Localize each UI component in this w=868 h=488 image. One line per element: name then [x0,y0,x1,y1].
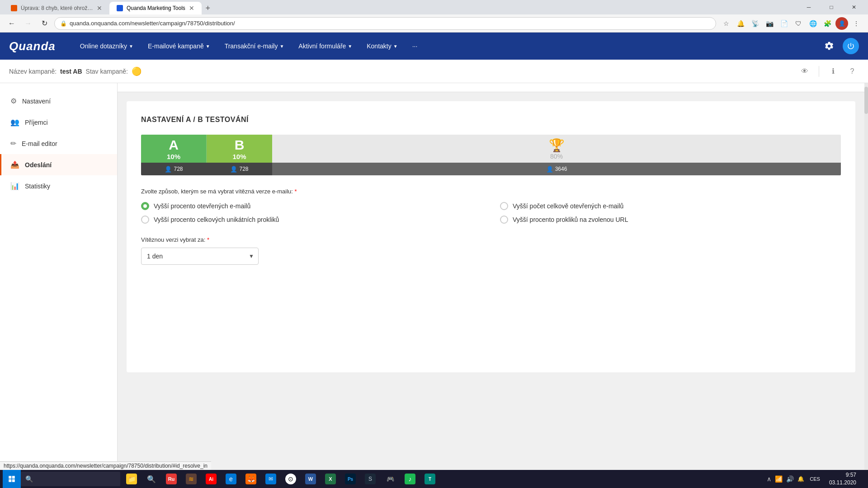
winner-time-select[interactable]: 1 den 2 dny 3 dny 7 dní [141,248,259,265]
taskbar-app-ru[interactable]: Ru [162,470,181,488]
tab2-close[interactable]: ✕ [189,5,194,12]
taskbar-app-word[interactable]: W [301,470,320,488]
nav-kontakty[interactable]: Kontakty ▼ [360,39,404,53]
battery-icon[interactable]: 🔔 [797,476,804,482]
maximize-button[interactable]: □ [821,0,842,14]
nav-more[interactable]: ··· [406,39,424,53]
taskbar-app-folder[interactable]: 📁 [122,470,141,488]
sub-header-actions: 👁 ℹ ? [798,65,859,78]
status-bar-url: https://quanda.onquanda.com/newsletter/c… [0,461,211,470]
taskbar-app-excel[interactable]: X [321,470,340,488]
header-right [821,38,859,54]
radio-option-3[interactable]: Vyšší procento celkových unikátních prok… [141,216,482,224]
status-icon: 🟡 [132,66,142,76]
taskbar-app-game[interactable]: 🎮 [381,470,400,488]
radio-option-1[interactable]: Vyšší procento otevřených e-mailů [141,202,482,210]
taskbar-app-wild[interactable]: ≋ [182,470,201,488]
taskbar-app-task[interactable]: T [420,470,439,488]
preview-icon[interactable]: 👁 [798,65,811,78]
sidebar-item-odesilani[interactable]: 📤 Odeslání [0,154,117,175]
extensions-icon[interactable]: 🧩 [821,17,834,30]
start-button[interactable] [3,470,21,488]
ext-icon-6[interactable]: 🌐 [807,17,819,30]
taskbar-app-mail[interactable]: ✉ [261,470,280,488]
taskbar-app-edge[interactable]: e [222,470,241,488]
taskbar-app-steam[interactable]: S [361,470,380,488]
minimize-button[interactable]: ─ [798,0,819,14]
campaign-name: test AB [60,68,82,75]
task-icon: T [425,474,435,484]
nav-kampane[interactable]: E-mailové kampaně ▼ [142,39,217,53]
radio-option-4[interactable]: Vyšší procento prokliků na zvolenou URL [500,216,841,224]
taskbar-app-adobe[interactable]: Ai [202,470,221,488]
ext-icon-1[interactable]: 🔔 [734,17,747,30]
profile-avatar[interactable]: 👤 [835,17,848,30]
steam-icon: S [365,474,376,484]
dropdown-section: Vítěznou verzi vybrat za: * 1 den 2 dny … [141,236,841,265]
ab-column-winner: 🏆 80% 👤 3646 [272,135,841,175]
address-text: quanda.onquanda.com/newsletter/campaign/… [70,20,235,27]
radio-label-1: Vyšší procento otevřených e-mailů [154,202,250,210]
forward-button[interactable]: → [22,17,34,30]
content-panel: NASTAVENÍ A / B TESTOVÁNÍ A 10% 👤 728 [127,101,855,372]
ab-column-b: B 10% 👤 728 [207,135,272,175]
help-icon[interactable]: ? [845,65,859,78]
taskbar-search[interactable]: 🔍 [21,472,120,486]
lock-icon: 🔒 [60,20,67,27]
ext-icon-4[interactable]: 📄 [778,17,790,30]
ext-icon-3[interactable]: 📷 [763,17,776,30]
sidebar-item-statistiky[interactable]: 📊 Statistiky [0,175,117,197]
kampane-caret: ▼ [206,44,210,49]
taskbar-clock[interactable]: 9:57 03.11.2020 [826,471,860,487]
scrollbar-track[interactable] [864,83,868,470]
browser-tab-1[interactable]: Úprava: 8 chyb, které ohrožují m... ✕ [4,2,109,14]
taskbar-app-ps[interactable]: Ps [341,470,360,488]
settings-icon[interactable] [821,38,837,54]
ext-icon-5[interactable]: 🛡 [792,17,805,30]
ab-b-count: 728 [239,166,248,172]
info-icon[interactable]: ℹ [826,65,840,78]
language-indicator[interactable]: CES [807,476,823,482]
folder-icon: 📁 [126,474,137,484]
tab1-close[interactable]: ✕ [97,5,102,12]
sidebar-item-nastaveni[interactable]: ⚙ Nastavení [0,90,117,112]
address-bar[interactable]: 🔒 quanda.onquanda.com/newsletter/campaig… [54,17,716,30]
nav-formulare[interactable]: Aktivní formuláře ▼ [292,39,359,53]
tray-arrow[interactable]: ∧ [767,475,771,483]
radio-option-2[interactable]: Vyšší počet celkově otevřených e-mailů [500,202,841,210]
sidebar-item-email-editor[interactable]: ✏ E-mail editor [0,133,117,154]
status-label: Stav kampaně: [86,68,128,75]
bookmark-icon[interactable]: ☆ [720,17,732,30]
taskbar-app-chrome[interactable]: ⊙ [281,470,300,488]
ru-icon: Ru [166,474,177,484]
reload-button[interactable]: ↻ [38,17,51,30]
sidebar-item-prijemci[interactable]: 👥 Příjemci [0,112,117,133]
volume-icon[interactable]: 🔊 [786,475,794,483]
clock-time: 9:57 [829,471,856,479]
taskbar-app-search[interactable]: 🔍 [142,470,161,488]
nav-transakcni[interactable]: Transakční e-maily ▼ [218,39,291,53]
required-marker: * [295,188,297,195]
nav-dotazniky[interactable]: Online dotazníky ▼ [74,39,140,53]
scrollbar-thumb[interactable] [864,87,868,114]
ext-icon-2[interactable]: 📡 [749,17,761,30]
radio-circle-3 [141,216,149,224]
ab-a-top: A 10% [141,135,207,163]
back-button[interactable]: ← [5,17,18,30]
ab-win-bottom: 👤 3646 [272,163,841,175]
menu-icon[interactable]: ⋮ [850,17,863,30]
power-button[interactable] [843,38,859,54]
statistiky-icon: 📊 [10,182,19,190]
taskbar-app-firefox[interactable]: 🦊 [241,470,260,488]
browser-tab-2[interactable]: Quanda Marketing Tools ✕ [109,2,202,14]
ab-b-letter: B [235,137,245,153]
wild-icon: ≋ [186,474,197,484]
new-tab-button[interactable]: + [202,2,214,14]
close-button[interactable]: ✕ [844,0,864,14]
taskbar-app-spotify[interactable]: ♪ [401,470,420,488]
dropdown-label: Vítěznou verzi vybrat za: * [141,236,841,243]
transakcni-caret: ▼ [279,44,284,49]
radio-label-3: Vyšší procento celkových unikátních prok… [154,216,279,223]
main-content: NASTAVENÍ A / B TESTOVÁNÍ A 10% 👤 728 [118,83,864,470]
network-icon[interactable]: 📶 [775,475,783,483]
